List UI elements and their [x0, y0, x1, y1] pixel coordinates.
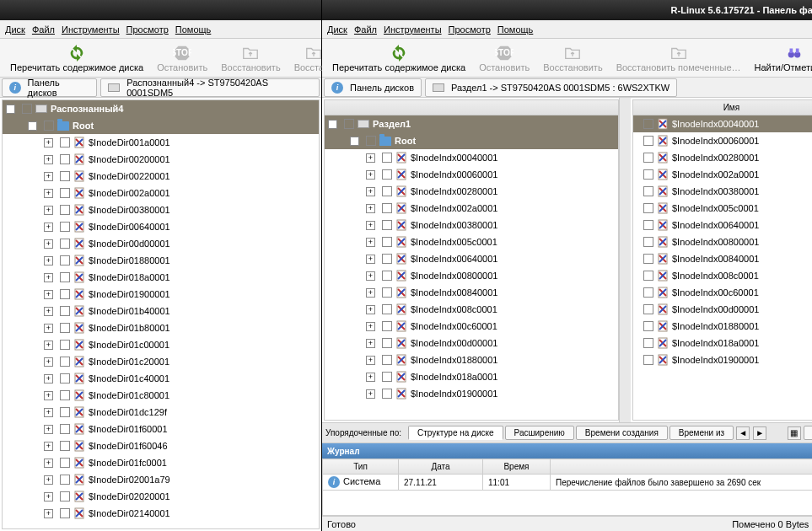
expand-icon[interactable]: + — [44, 492, 53, 502]
checkbox[interactable] — [382, 338, 392, 348]
tree-item[interactable]: +$InodeDir01dc129f — [3, 404, 319, 421]
expand-icon[interactable]: + — [366, 389, 375, 399]
checkbox[interactable] — [643, 338, 653, 348]
tree-item[interactable]: +$InodeDir01c20001 — [3, 353, 319, 370]
checkbox[interactable] — [60, 255, 70, 266]
log-col-type[interactable]: Тип — [323, 459, 399, 475]
expand-icon[interactable]: + — [366, 288, 375, 298]
tree-item[interactable]: +$InodeIndx008c0001 — [325, 301, 618, 318]
restore-button[interactable]: Восстановить — [214, 40, 287, 76]
tab-mod-time[interactable]: Времени из — [669, 426, 734, 440]
expand-icon[interactable]: − — [350, 137, 359, 146]
list-item[interactable]: $InodeIndx01900001 — [633, 351, 812, 368]
path-button[interactable]: Раздел1 -> ST9750420AS 0001SDM5 : 6WS2XT… — [425, 78, 677, 97]
expand-icon[interactable]: − — [328, 120, 337, 129]
checkbox[interactable] — [382, 271, 392, 281]
checkbox[interactable] — [643, 304, 653, 314]
expand-icon[interactable]: + — [44, 290, 53, 299]
tree-root[interactable]: −Раздел1 — [325, 115, 618, 132]
list-item[interactable]: $InodeIndx00640001 — [633, 217, 812, 233]
expand-icon[interactable]: + — [366, 356, 375, 365]
tree-item[interactable]: +$InodeIndx01880001 — [325, 351, 618, 368]
tree-item[interactable]: +$InodeDir02001a79 — [3, 471, 319, 488]
tree-item[interactable]: +$InodeDir00640001 — [3, 218, 319, 235]
tree-item[interactable]: +$InodeIndx01900001 — [325, 385, 618, 402]
tree-item[interactable]: +$InodeIndx00040001 — [325, 149, 618, 166]
menu-disk[interactable]: Диск — [327, 24, 347, 35]
checkbox[interactable] — [643, 355, 653, 365]
checkbox[interactable] — [344, 119, 354, 129]
expand-icon[interactable]: + — [44, 155, 53, 164]
tree-item[interactable]: +$InodeDir02020001 — [3, 488, 319, 505]
checkbox[interactable] — [60, 441, 70, 451]
expand-icon[interactable]: + — [44, 189, 53, 198]
tree-item[interactable]: +$InodeIndx002a0001 — [325, 200, 618, 217]
list-item[interactable]: $InodeIndx01880001 — [633, 318, 812, 335]
tree-item[interactable]: +$InodeDir01fc0001 — [3, 454, 319, 471]
checkbox[interactable] — [60, 222, 70, 232]
checkbox[interactable] — [643, 169, 653, 180]
expand-icon[interactable]: + — [44, 206, 53, 215]
checkbox[interactable] — [382, 372, 392, 382]
expand-icon[interactable]: + — [44, 442, 53, 451]
menu-tools[interactable]: Инструменты — [384, 24, 442, 35]
stop-button[interactable]: Остановить — [472, 40, 536, 76]
tree-item[interactable]: +$InodeIndx00640001 — [325, 250, 618, 267]
log-col-msg[interactable] — [551, 459, 813, 475]
scrollbar[interactable] — [619, 98, 631, 422]
tree-item[interactable]: +$InodeIndx00060001 — [325, 166, 618, 183]
list-item[interactable]: $InodeIndx00800001 — [633, 233, 812, 250]
expand-icon[interactable]: + — [44, 475, 53, 485]
expand-icon[interactable]: + — [44, 324, 53, 333]
expand-icon[interactable]: + — [44, 223, 53, 232]
path-button[interactable]: Распознанный4 -> ST9750420AS 0001SDM5 — [100, 78, 320, 97]
list-item[interactable]: $InodeIndx00280001 — [633, 149, 812, 166]
view-icons[interactable]: ▦ — [788, 426, 801, 440]
tree-item[interactable]: +$InodeDir01880001 — [3, 252, 319, 269]
checkbox[interactable] — [643, 254, 653, 264]
tree-item[interactable]: +$InodeDir01c40001 — [3, 370, 319, 387]
tree-item[interactable]: +$InodeDir002a0001 — [3, 185, 319, 201]
expand-icon[interactable]: + — [44, 374, 53, 384]
find-button[interactable]: Найти/Отметить… — [748, 40, 812, 76]
checkbox[interactable] — [60, 171, 70, 181]
checkbox[interactable] — [60, 205, 70, 215]
expand-icon[interactable]: − — [28, 121, 37, 131]
list-item[interactable]: $InodeIndx00c60001 — [633, 284, 812, 301]
checkbox[interactable] — [60, 491, 70, 502]
menu-file[interactable]: Файл — [354, 24, 377, 35]
panel-disks-button[interactable]: iПанель дисков — [324, 78, 422, 97]
tree-folder-root[interactable]: −Root — [3, 117, 319, 134]
checkbox[interactable] — [382, 186, 392, 196]
checkbox[interactable] — [643, 186, 653, 196]
list-item[interactable]: $InodeIndx00040001 — [633, 115, 812, 132]
expand-icon[interactable]: + — [44, 408, 53, 417]
checkbox[interactable] — [366, 136, 376, 146]
checkbox[interactable] — [382, 203, 392, 213]
expand-icon[interactable]: + — [44, 256, 53, 266]
menu-tools[interactable]: Инструменты — [62, 24, 120, 35]
checkbox[interactable] — [60, 458, 70, 468]
tab-details[interactable]: Дета — [804, 426, 812, 440]
expand-icon[interactable]: + — [366, 322, 375, 331]
checkbox[interactable] — [382, 321, 392, 331]
checkbox[interactable] — [643, 136, 653, 146]
tree-item[interactable]: +$InodeIndx005c0001 — [325, 233, 618, 250]
checkbox[interactable] — [60, 137, 70, 148]
list-item[interactable]: $InodeIndx008c0001 — [633, 267, 812, 284]
expand-icon[interactable]: + — [366, 221, 375, 230]
expand-icon[interactable]: + — [44, 138, 53, 148]
tree-item[interactable]: +$InodeDir02140001 — [3, 505, 319, 522]
expand-icon[interactable]: − — [6, 105, 15, 114]
tree-root[interactable]: −Распознанный4 — [3, 100, 319, 117]
expand-icon[interactable]: + — [366, 238, 375, 247]
file-list[interactable]: Имя $InodeIndx00040001$InodeIndx00060001… — [632, 99, 812, 421]
tree-item[interactable]: +$InodeDir00220001 — [3, 168, 319, 185]
checkbox[interactable] — [60, 323, 70, 333]
list-item[interactable]: $InodeIndx005c0001 — [633, 200, 812, 217]
checkbox[interactable] — [60, 357, 70, 367]
checkbox[interactable] — [382, 355, 392, 365]
expand-icon[interactable]: + — [44, 341, 53, 350]
tree-item[interactable]: +$InodeDir01b40001 — [3, 303, 319, 319]
log-row[interactable]: iСистема 27.11.21 11:01 Перечисление фай… — [323, 475, 813, 491]
